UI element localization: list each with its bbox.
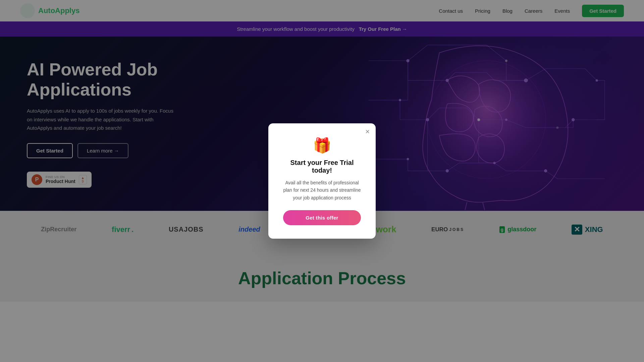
modal-description: Avail all the benefits of professional p… xyxy=(283,179,361,201)
modal-close-button[interactable]: × xyxy=(365,128,370,135)
get-offer-button[interactable]: Get this offer xyxy=(283,210,361,225)
modal-title: Start your Free Trial today! xyxy=(283,159,361,174)
modal-overlay[interactable]: × 🎁 Start your Free Trial today! Avail a… xyxy=(0,0,644,302)
modal: × 🎁 Start your Free Trial today! Avail a… xyxy=(268,123,376,239)
modal-icon: 🎁 xyxy=(283,137,361,154)
